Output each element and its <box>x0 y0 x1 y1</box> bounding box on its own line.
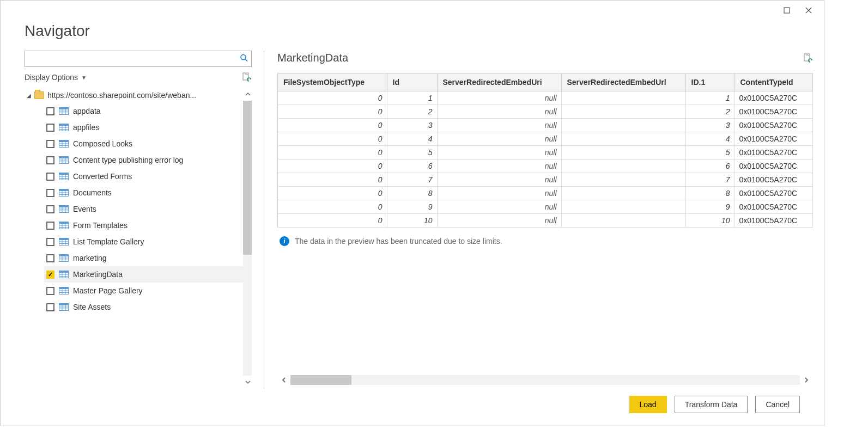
checkbox[interactable] <box>46 238 54 246</box>
table-row[interactable]: 03null30x0100C5A270C <box>278 119 813 132</box>
cell: 10 <box>685 214 735 228</box>
h-scroll-thumb[interactable] <box>290 375 351 385</box>
search-input[interactable] <box>25 51 252 67</box>
checkbox[interactable] <box>46 156 54 164</box>
table-row[interactable]: 02null20x0100C5A270C <box>278 105 813 119</box>
checkbox[interactable] <box>46 140 54 148</box>
svg-rect-31 <box>59 173 69 175</box>
cell: 7 <box>387 173 437 187</box>
checkbox[interactable] <box>46 287 54 295</box>
scroll-left-icon[interactable] <box>277 377 290 383</box>
table-icon <box>59 287 69 294</box>
refresh-preview-icon[interactable] <box>803 53 813 63</box>
cell <box>561 146 685 159</box>
column-header[interactable]: ServerRedirectedEmbedUrl <box>561 73 685 91</box>
cell: null <box>437 200 561 214</box>
table-row[interactable]: 06null60x0100C5A270C <box>278 159 813 173</box>
refresh-tree-icon[interactable] <box>242 72 252 82</box>
cell <box>561 105 685 119</box>
table-icon <box>59 303 69 311</box>
display-options-label: Display Options <box>25 73 78 82</box>
maximize-button[interactable] <box>776 3 798 18</box>
tree-item-label: Master Page Gallery <box>73 286 143 295</box>
cell: null <box>437 105 561 119</box>
column-header[interactable]: ServerRedirectedEmbedUri <box>437 73 561 91</box>
cancel-button[interactable]: Cancel <box>755 396 800 413</box>
table-row[interactable]: 08null80x0100C5A270C <box>278 187 813 200</box>
table-row[interactable]: 09null90x0100C5A270C <box>278 200 813 214</box>
preview-horizontal-scrollbar[interactable] <box>277 375 813 385</box>
column-header[interactable]: FileSystemObjectType <box>278 73 387 91</box>
checkbox[interactable] <box>46 107 54 115</box>
search-icon[interactable] <box>240 54 248 64</box>
cell <box>561 214 685 228</box>
tree-item[interactable]: Composed Looks <box>44 136 252 152</box>
table-icon <box>59 156 69 164</box>
table-row[interactable]: 05null50x0100C5A270C <box>278 146 813 159</box>
cell: null <box>437 173 561 187</box>
table-icon <box>59 173 69 180</box>
tree-item[interactable]: Documents <box>44 185 252 201</box>
tree-item[interactable]: Converted Forms <box>44 168 252 185</box>
cell: 0x0100C5A270C <box>735 119 813 132</box>
tree-item-label: MarketingData <box>73 270 123 279</box>
cell: 8 <box>387 187 437 200</box>
tree-item-label: List Template Gallery <box>73 237 144 246</box>
scroll-up-icon[interactable] <box>243 88 252 101</box>
truncated-message: The data in the preview has been truncat… <box>295 237 502 246</box>
cell: 7 <box>685 173 735 187</box>
tree-item[interactable]: Content type publishing error log <box>44 152 252 168</box>
cell: 0 <box>278 91 387 105</box>
tree-root-node[interactable]: ◢ https://contoso.sharepoint.com/site/we… <box>25 88 252 103</box>
checkbox[interactable] <box>46 189 54 197</box>
checkbox[interactable] <box>46 205 54 213</box>
scroll-thumb[interactable] <box>243 101 252 255</box>
table-row[interactable]: 01null10x0100C5A270C <box>278 91 813 105</box>
table-icon <box>59 254 69 262</box>
cell: 4 <box>685 132 735 146</box>
cell: 9 <box>685 200 735 214</box>
cell <box>561 159 685 173</box>
transform-data-button[interactable]: Transform Data <box>675 396 748 413</box>
scroll-right-icon[interactable] <box>800 377 813 383</box>
checkbox[interactable] <box>46 124 54 132</box>
tree-item[interactable]: Site Assets <box>44 299 252 315</box>
cell: 2 <box>387 105 437 119</box>
checkbox[interactable] <box>46 254 54 262</box>
tree-item-label: Form Templates <box>73 221 128 230</box>
table-row[interactable]: 010null100x0100C5A270C <box>278 214 813 228</box>
table-icon <box>59 140 69 148</box>
svg-rect-13 <box>59 124 69 126</box>
tree-vertical-scrollbar[interactable] <box>243 88 252 389</box>
table-row[interactable]: 04null40x0100C5A270C <box>278 132 813 146</box>
cell: 0 <box>278 119 387 132</box>
table-icon <box>59 222 69 229</box>
checkbox[interactable] <box>46 222 54 230</box>
tree-item[interactable]: Master Page Gallery <box>44 283 252 299</box>
column-header[interactable]: ID.1 <box>685 73 735 91</box>
display-options-dropdown[interactable]: Display Options ▼ <box>25 73 87 82</box>
checkbox[interactable] <box>46 271 54 279</box>
tree-item[interactable]: Form Templates <box>44 217 252 234</box>
cell: null <box>437 146 561 159</box>
info-icon: i <box>280 236 289 246</box>
column-header[interactable]: Id <box>387 73 437 91</box>
tree-item[interactable]: marketing <box>44 250 252 266</box>
cell: 5 <box>387 146 437 159</box>
tree-item[interactable]: Events <box>44 201 252 217</box>
svg-rect-67 <box>59 271 69 273</box>
column-header[interactable]: ContentTypeId <box>735 73 813 91</box>
load-button[interactable]: Load <box>629 396 667 413</box>
checkbox[interactable] <box>46 173 54 181</box>
scroll-down-icon[interactable] <box>243 376 252 389</box>
close-button[interactable] <box>798 3 820 18</box>
tree-item[interactable]: appfiles <box>44 119 252 136</box>
tree-item[interactable]: MarketingData <box>44 266 252 283</box>
cell: 0 <box>278 173 387 187</box>
cell: 8 <box>685 187 735 200</box>
table-row[interactable]: 07null70x0100C5A270C <box>278 173 813 187</box>
tree-item[interactable]: List Template Gallery <box>44 234 252 250</box>
cell: 0 <box>278 159 387 173</box>
checkbox[interactable] <box>46 303 54 311</box>
tree-item[interactable]: appdata <box>44 103 252 119</box>
